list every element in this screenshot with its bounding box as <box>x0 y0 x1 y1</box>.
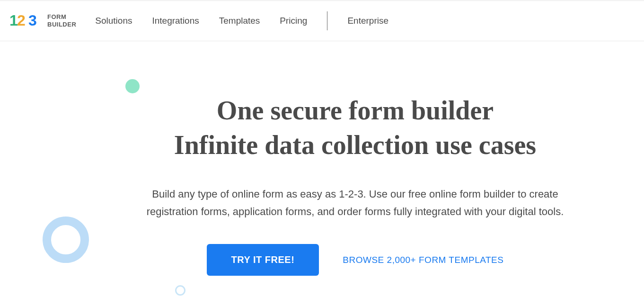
nav-pricing[interactable]: Pricing <box>280 16 307 26</box>
subhead-line2: registration forms, application forms, a… <box>147 206 564 217</box>
logo-mark-icon: 1 2 3 <box>9 13 44 28</box>
nav-solutions[interactable]: Solutions <box>95 16 132 26</box>
nav-divider <box>327 11 327 30</box>
nav-enterprise[interactable]: Enterprise <box>347 16 388 26</box>
svg-text:2: 2 <box>17 13 25 28</box>
hero-subhead: Build any type of online form as easy as… <box>62 185 582 221</box>
decorative-blue-ring-icon <box>43 217 89 263</box>
headline-line2: Infinite data collection use cases <box>174 130 536 160</box>
main-nav: Solutions Integrations Templates Pricing… <box>95 11 388 30</box>
decorative-small-ring-icon <box>175 285 185 296</box>
subhead-line1: Build any type of online form as easy as… <box>152 188 558 200</box>
nav-integrations[interactable]: Integrations <box>152 16 199 26</box>
svg-text:3: 3 <box>28 13 36 28</box>
headline-line1: One secure form builder <box>217 96 494 125</box>
logo-text: FORM BUILDER <box>47 13 76 28</box>
hero-headline: One secure form builder Infinite data co… <box>0 93 644 163</box>
browse-templates-link[interactable]: BROWSE 2,000+ FORM TEMPLATES <box>343 255 503 265</box>
cta-row: TRY IT FREE! BROWSE 2,000+ FORM TEMPLATE… <box>0 244 644 276</box>
try-free-button[interactable]: TRY IT FREE! <box>207 244 319 276</box>
logo-text-line1: FORM <box>47 13 76 21</box>
nav-templates[interactable]: Templates <box>219 16 260 26</box>
site-header: 1 2 3 FORM BUILDER Solutions Integration… <box>0 1 644 41</box>
decorative-teal-dot-icon <box>125 79 140 93</box>
hero-section: One secure form builder Infinite data co… <box>0 41 644 276</box>
svg-text:1: 1 <box>9 13 18 28</box>
logo-text-line2: BUILDER <box>47 21 76 28</box>
logo[interactable]: 1 2 3 FORM BUILDER <box>9 13 76 28</box>
